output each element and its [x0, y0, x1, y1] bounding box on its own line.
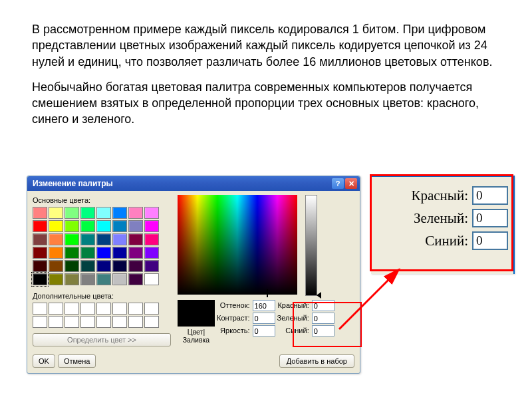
basic-swatch[interactable] — [144, 207, 159, 219]
basic-swatch[interactable] — [144, 233, 159, 245]
basic-swatch[interactable] — [80, 247, 95, 259]
custom-swatch[interactable] — [96, 316, 111, 328]
basic-swatch[interactable] — [65, 273, 79, 285]
hue-input[interactable] — [253, 300, 275, 311]
help-button[interactable]: ? — [332, 178, 344, 189]
lum-label: Яркость: — [217, 325, 251, 336]
custom-swatch[interactable] — [112, 316, 127, 328]
custom-colors-label: Дополнительные цвета: — [33, 292, 171, 300]
basic-swatch[interactable] — [33, 260, 47, 272]
basic-swatch[interactable] — [80, 260, 95, 272]
zoom-red-label: Красный: — [411, 188, 468, 204]
cancel-button[interactable]: Отмена — [58, 354, 96, 368]
luminance-slider[interactable] — [305, 195, 317, 296]
basic-swatch[interactable] — [112, 273, 127, 285]
basic-swatch[interactable] — [65, 220, 79, 232]
basic-swatch[interactable] — [49, 260, 63, 272]
basic-swatch[interactable] — [33, 273, 47, 285]
basic-colors-label: Основные цвета: — [33, 196, 171, 204]
basic-swatch[interactable] — [128, 220, 143, 232]
basic-swatch[interactable] — [49, 207, 63, 219]
basic-swatch[interactable] — [33, 207, 47, 219]
basic-swatch[interactable] — [80, 273, 95, 285]
zoom-green-input[interactable] — [472, 209, 508, 227]
custom-swatch[interactable] — [144, 316, 159, 328]
custom-swatch[interactable] — [33, 303, 47, 315]
red-input[interactable] — [312, 300, 334, 311]
blue-input[interactable] — [312, 325, 334, 336]
basic-swatch[interactable] — [144, 247, 159, 259]
basic-swatch[interactable] — [96, 260, 111, 272]
basic-swatch[interactable] — [112, 247, 127, 259]
basic-swatch[interactable] — [65, 247, 79, 259]
basic-swatch[interactable] — [49, 273, 63, 285]
basic-swatch[interactable] — [128, 207, 143, 219]
solid-color-label: Цвет|Заливка — [178, 328, 215, 344]
basic-colors-grid — [33, 207, 171, 285]
basic-swatch[interactable] — [128, 233, 143, 245]
green-input[interactable] — [312, 313, 334, 324]
basic-swatch[interactable] — [96, 247, 111, 259]
basic-swatch[interactable] — [65, 207, 79, 219]
define-color-button[interactable]: Определить цвет >> — [33, 333, 171, 346]
lum-input[interactable] — [253, 325, 275, 336]
basic-swatch[interactable] — [144, 220, 159, 232]
basic-swatch[interactable] — [96, 273, 111, 285]
color-preview-swatch — [178, 300, 215, 327]
basic-swatch[interactable] — [49, 220, 63, 232]
basic-swatch[interactable] — [112, 233, 127, 245]
custom-swatch[interactable] — [128, 303, 143, 315]
basic-swatch[interactable] — [49, 233, 63, 245]
color-gradient-field[interactable] — [178, 195, 297, 295]
basic-swatch[interactable] — [96, 233, 111, 245]
custom-swatch[interactable] — [65, 303, 79, 315]
crosshair-icon — [263, 289, 271, 297]
ok-button[interactable]: OK — [33, 354, 55, 368]
dialog-titlebar[interactable]: Изменение палитры ? ✕ — [27, 176, 360, 191]
basic-swatch[interactable] — [80, 207, 95, 219]
custom-swatch[interactable] — [49, 316, 63, 328]
dialog-title: Изменение палитры — [33, 179, 113, 188]
custom-swatch[interactable] — [80, 316, 95, 328]
blue-label: Синий: — [277, 325, 311, 336]
zoom-green-label: Зеленый: — [414, 210, 468, 227]
zoom-blue-input[interactable] — [472, 231, 508, 250]
custom-swatch[interactable] — [96, 303, 111, 315]
basic-swatch[interactable] — [128, 247, 143, 259]
basic-swatch[interactable] — [33, 247, 47, 259]
basic-swatch[interactable] — [96, 220, 111, 232]
basic-swatch[interactable] — [112, 220, 127, 232]
basic-swatch[interactable] — [128, 273, 143, 285]
basic-swatch[interactable] — [144, 260, 159, 272]
custom-swatch[interactable] — [128, 316, 143, 328]
zoom-red-input[interactable] — [472, 186, 508, 205]
basic-swatch[interactable] — [49, 247, 63, 259]
custom-swatch[interactable] — [33, 316, 47, 328]
green-label: Зеленый: — [277, 313, 311, 324]
red-label: Красный: — [277, 300, 311, 311]
basic-swatch[interactable] — [128, 260, 143, 272]
basic-swatch[interactable] — [33, 233, 47, 245]
explanation-text: В рассмотренном примере каждый пиксель к… — [32, 21, 497, 137]
sat-input[interactable] — [253, 313, 275, 324]
basic-swatch[interactable] — [80, 220, 95, 232]
basic-swatch[interactable] — [112, 207, 127, 219]
close-button[interactable]: ✕ — [345, 178, 357, 189]
basic-swatch[interactable] — [112, 260, 127, 272]
basic-swatch[interactable] — [144, 273, 159, 285]
custom-swatch[interactable] — [65, 316, 79, 328]
custom-colors-grid — [33, 303, 171, 328]
add-to-set-button[interactable]: Добавить в набор — [279, 354, 354, 368]
basic-swatch[interactable] — [65, 233, 79, 245]
sat-label: Контраст: — [217, 313, 251, 324]
basic-swatch[interactable] — [80, 233, 95, 245]
custom-swatch[interactable] — [112, 303, 127, 315]
zoom-blue-label: Синий: — [425, 233, 468, 249]
custom-swatch[interactable] — [49, 303, 63, 315]
paragraph-1: В рассмотренном примере каждый пиксель к… — [32, 21, 497, 70]
basic-swatch[interactable] — [65, 260, 79, 272]
custom-swatch[interactable] — [80, 303, 95, 315]
custom-swatch[interactable] — [144, 303, 159, 315]
basic-swatch[interactable] — [33, 220, 47, 232]
basic-swatch[interactable] — [96, 207, 111, 219]
